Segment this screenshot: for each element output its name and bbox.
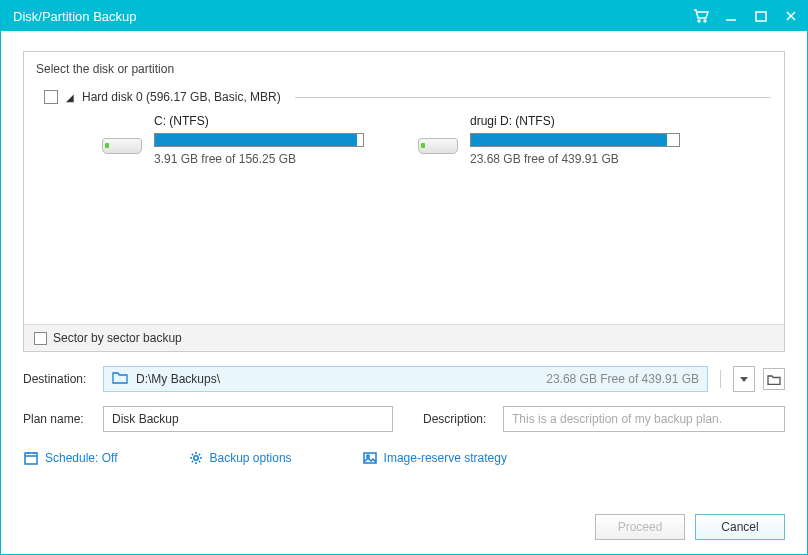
plan-row: Plan name: Description: <box>23 406 785 432</box>
svg-point-10 <box>193 456 197 460</box>
titlebar-buttons <box>693 8 799 24</box>
collapse-arrow-icon[interactable]: ◢ <box>66 92 74 103</box>
usage-bar <box>470 133 680 147</box>
image-reserve-link[interactable]: Image-reserve strategy <box>362 450 507 466</box>
svg-rect-6 <box>25 453 37 464</box>
backup-options-text: Backup options <box>210 451 292 465</box>
disk-label: Hard disk 0 (596.17 GB, Basic, MBR) <box>82 90 281 104</box>
description-label: Description: <box>423 412 495 426</box>
drive-icon <box>98 132 144 160</box>
partition-free-text: 23.68 GB free of 439.91 GB <box>470 152 680 166</box>
drive-icon <box>414 132 460 160</box>
image-icon <box>362 450 378 466</box>
options-row: Schedule: Off Backup options Image-reser… <box>23 450 785 466</box>
description-input[interactable] <box>503 406 785 432</box>
plan-name-input[interactable] <box>103 406 393 432</box>
cart-icon[interactable] <box>693 8 709 24</box>
divider <box>720 370 721 388</box>
partition-name: drugi D: (NTFS) <box>470 114 680 128</box>
disk-panel: Select the disk or partition ◢ Hard disk… <box>23 51 785 352</box>
backup-options-link[interactable]: Backup options <box>188 450 292 466</box>
destination-path: D:\My Backups\ <box>136 372 220 386</box>
sector-backup-checkbox[interactable] <box>34 332 47 345</box>
calendar-icon <box>23 450 39 466</box>
disk-header-row: ◢ Hard disk 0 (596.17 GB, Basic, MBR) <box>44 90 770 104</box>
destination-label: Destination: <box>23 372 95 386</box>
panel-title: Select the disk or partition <box>24 52 784 84</box>
cancel-button[interactable]: Cancel <box>695 514 785 540</box>
partition-free-text: 3.91 GB free of 156.25 GB <box>154 152 364 166</box>
destination-dropdown-button[interactable] <box>733 366 755 392</box>
gear-icon <box>188 450 204 466</box>
panel-footer: Sector by sector backup <box>24 324 784 351</box>
usage-bar <box>154 133 364 147</box>
destination-row: Destination: D:\My Backups\ 23.68 GB Fre… <box>23 366 785 392</box>
svg-rect-3 <box>756 12 766 21</box>
folder-icon <box>112 371 128 387</box>
schedule-link[interactable]: Schedule: Off <box>23 450 118 466</box>
plan-name-label: Plan name: <box>23 412 95 426</box>
footer: Proceed Cancel <box>23 500 785 540</box>
schedule-text: Schedule: Off <box>45 451 118 465</box>
disk-checkbox[interactable] <box>44 90 58 104</box>
partition-name: C: (NTFS) <box>154 114 364 128</box>
proceed-button[interactable]: Proceed <box>595 514 685 540</box>
minimize-icon[interactable] <box>723 8 739 24</box>
window-title: Disk/Partition Backup <box>13 9 693 24</box>
destination-field[interactable]: D:\My Backups\ 23.68 GB Free of 439.91 G… <box>103 366 708 392</box>
destination-free-text: 23.68 GB Free of 439.91 GB <box>546 372 699 386</box>
close-icon[interactable] <box>783 8 799 24</box>
image-reserve-text: Image-reserve strategy <box>384 451 507 465</box>
svg-point-0 <box>698 20 700 22</box>
partition-item[interactable]: C: (NTFS) 3.91 GB free of 156.25 GB <box>98 114 364 166</box>
divider <box>295 97 770 98</box>
partition-item[interactable]: drugi D: (NTFS) 23.68 GB free of 439.91 … <box>414 114 680 166</box>
svg-rect-11 <box>364 453 376 463</box>
browse-button[interactable] <box>763 368 785 390</box>
titlebar: Disk/Partition Backup <box>1 1 807 31</box>
maximize-icon[interactable] <box>753 8 769 24</box>
sector-backup-label: Sector by sector backup <box>53 331 182 345</box>
svg-point-1 <box>704 20 706 22</box>
